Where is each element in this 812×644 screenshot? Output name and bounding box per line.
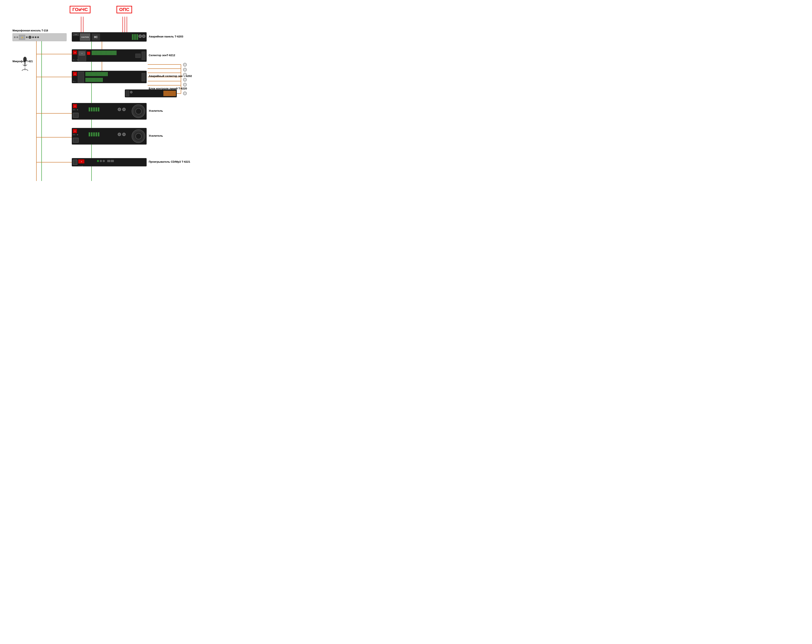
goichs-label: ГОиЧС: [70, 6, 90, 13]
amplifier1-device: ⚠ CE ✓ ⊕: [72, 103, 147, 120]
svg-line-35: [27, 70, 28, 71]
line-control-device: [125, 90, 177, 97]
amplifier1-label: Усилитель: [149, 109, 163, 112]
speaker-5: [183, 83, 187, 87]
speaker-3: [183, 73, 187, 76]
cd-player-device: ⚠ CE ✓ ⊕: [72, 158, 147, 166]
zone-selector-label: Селектор зонТ-6212: [149, 53, 175, 57]
speaker-2: [183, 68, 187, 72]
microphone-icon: [19, 56, 31, 73]
svg-line-34: [22, 70, 23, 71]
emergency-panel-device: PWR CAUTION IIC: [72, 32, 147, 41]
mic-label: Микрофон Т-621: [12, 60, 33, 63]
amplifier2-device: ⚠ CE ✓ ⊕: [72, 128, 147, 145]
zone-selector-device: ⚠ DB: [72, 49, 147, 62]
speaker-4: [183, 78, 187, 82]
emergency-panel-label: Аварийная панель Т-6203: [149, 35, 183, 38]
cd-player-label: Проигрыватель CD/Mp3 Т-6221: [149, 160, 190, 163]
ops-label: ОПС: [116, 6, 132, 13]
speaker-1: [183, 63, 187, 67]
speaker-6: [183, 92, 187, 95]
mic-console-label: Микрофонная консоль Т-218: [12, 29, 48, 32]
mic-console-device: ⚠️: [12, 33, 67, 41]
amplifier2-label: Усилитель: [149, 134, 163, 137]
diagram-container: ГОиЧС ОПС ⚠️ Микрофонная консоль Т-218 М…: [0, 0, 208, 200]
emergency-zone-selector-device: ⚠: [72, 71, 147, 83]
line-control-label: Блок контроля линий Т-6220: [149, 87, 187, 90]
